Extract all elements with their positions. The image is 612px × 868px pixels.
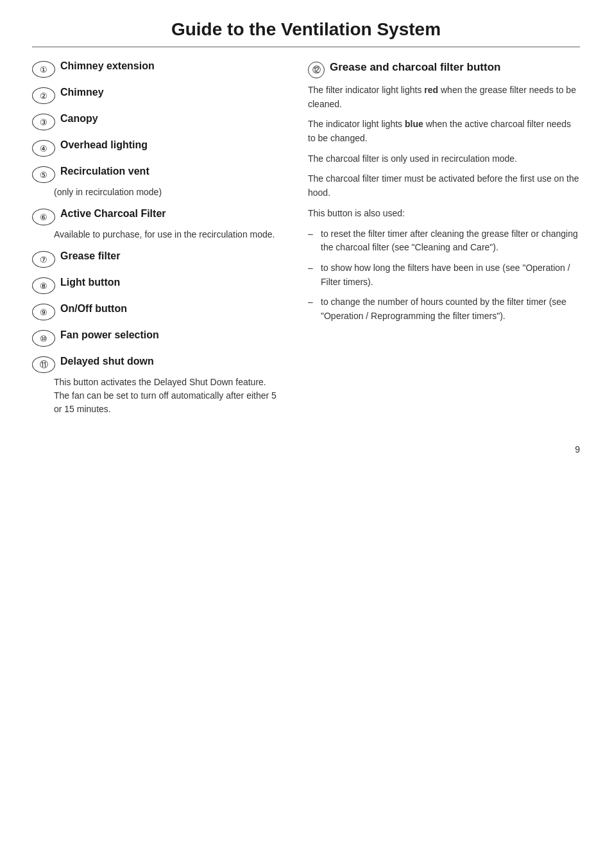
page-title: Guide to the Ventilation System <box>32 19 580 48</box>
right-para-bold-1: blue <box>405 119 423 129</box>
right-para-0: The filter indicator light lights red wh… <box>308 83 580 111</box>
bullet-item-1: to show how long the filters have been i… <box>308 261 580 289</box>
item-number-11: ⑪ <box>32 356 55 373</box>
left-item-8: ⑧Light button <box>32 277 282 294</box>
left-item-10: ⑩Fan power selection <box>32 329 282 347</box>
right-para-1: The indicator light lights blue when the… <box>308 117 580 145</box>
left-item-9: ⑨On/Off button <box>32 303 282 320</box>
item-title-9: On/Off button <box>60 303 127 315</box>
item-number-1: ① <box>32 61 55 78</box>
bullet-item-2: to change the number of hours counted by… <box>308 295 580 323</box>
left-item-4: ④Overhead lighting <box>32 139 282 157</box>
item-desc-11: This button activates the Delayed Shut D… <box>54 376 282 416</box>
item-title-6: Active Charcoal Filter <box>60 208 166 220</box>
item-number-3: ③ <box>32 114 55 130</box>
right-item-title-12: Grease and charcoal filter button <box>330 60 500 74</box>
left-item-7: ⑦Grease filter <box>32 250 282 268</box>
item-number-6: ⑥ <box>32 209 55 225</box>
item-title-11: Delayed shut down <box>60 356 154 367</box>
left-item-3: ③Canopy <box>32 113 282 130</box>
left-item-11: ⑪Delayed shut downThis button activates … <box>32 356 282 416</box>
item-title-2: Chimney <box>60 87 104 98</box>
item-desc-6: Available to purchase, for use in the re… <box>54 228 282 241</box>
right-item-12: ⑫Grease and charcoal filter buttonThe fi… <box>308 60 580 324</box>
right-para-2: The charcoal filter is only used in reci… <box>308 152 580 166</box>
item-title-10: Fan power selection <box>60 329 159 341</box>
item-number-8: ⑧ <box>32 277 55 294</box>
item-number-7: ⑦ <box>32 251 55 268</box>
right-para-4: This button is also used: <box>308 207 580 221</box>
right-para-bold-0: red <box>424 85 438 95</box>
item-title-3: Canopy <box>60 113 98 125</box>
content-wrapper: ①Chimney extension②Chimney③Canopy④Overhe… <box>32 60 580 425</box>
left-item-2: ②Chimney <box>32 87 282 104</box>
item-desc-5: (only in recirculation mode) <box>54 186 282 199</box>
left-item-1: ①Chimney extension <box>32 60 282 78</box>
right-column: ⑫Grease and charcoal filter buttonThe fi… <box>308 60 580 425</box>
item-title-4: Overhead lighting <box>60 139 148 151</box>
item-number-4: ④ <box>32 140 55 157</box>
item-title-8: Light button <box>60 277 120 288</box>
item-title-7: Grease filter <box>60 250 120 262</box>
bullet-item-0: to reset the filter timer after cleaning… <box>308 227 580 255</box>
item-number-9: ⑨ <box>32 304 55 320</box>
item-number-10: ⑩ <box>32 330 55 347</box>
item-title-1: Chimney extension <box>60 60 155 72</box>
left-column: ①Chimney extension②Chimney③Canopy④Overhe… <box>32 60 282 425</box>
item-title-5: Recirculation vent <box>60 166 149 177</box>
right-item-number-12: ⑫ <box>308 62 325 78</box>
left-item-6: ⑥Active Charcoal FilterAvailable to purc… <box>32 208 282 241</box>
right-item-body-12: The filter indicator light lights red wh… <box>308 83 580 324</box>
left-item-5: ⑤Recirculation vent(only in recirculatio… <box>32 166 282 199</box>
page-number: 9 <box>32 444 580 455</box>
right-bullet-list: to reset the filter timer after cleaning… <box>308 227 580 324</box>
item-number-5: ⑤ <box>32 166 55 183</box>
right-para-3: The charcoal filter timer must be activa… <box>308 172 580 200</box>
item-number-2: ② <box>32 87 55 104</box>
